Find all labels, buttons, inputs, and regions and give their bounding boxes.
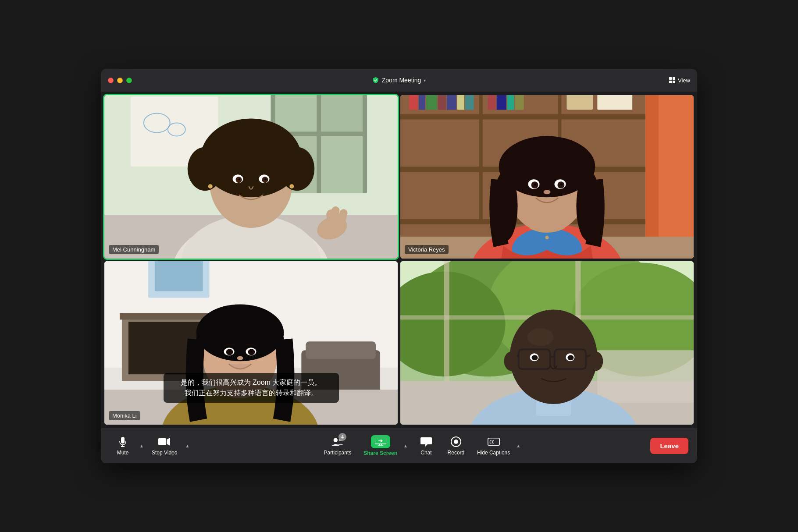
mel-avatar bbox=[104, 95, 398, 259]
minimize-button[interactable] bbox=[117, 78, 123, 83]
leave-button[interactable]: Leave bbox=[650, 438, 688, 454]
svg-rect-52 bbox=[566, 95, 593, 110]
svg-rect-77 bbox=[120, 313, 212, 319]
svg-rect-3 bbox=[275, 95, 317, 131]
svg-point-122 bbox=[532, 355, 538, 360]
record-icon bbox=[450, 436, 462, 448]
svg-point-125 bbox=[589, 351, 603, 371]
view-grid-icon bbox=[669, 77, 675, 83]
subtitle-text: 是的，我们很高兴成为 Zoom 大家庭的一员。 我们正在努力支持多种语言的转录和… bbox=[164, 373, 339, 403]
james-avatar bbox=[400, 261, 694, 425]
subtitle-line2: 我们正在努力支持多种语言的转录和翻译。 bbox=[172, 388, 330, 398]
svg-point-96 bbox=[251, 351, 253, 352]
svg-point-72 bbox=[545, 236, 549, 239]
svg-rect-79 bbox=[155, 261, 203, 291]
svg-point-63 bbox=[493, 171, 518, 241]
svg-rect-53 bbox=[597, 95, 632, 110]
chat-button[interactable]: Chat bbox=[413, 433, 439, 458]
maximize-button[interactable] bbox=[126, 78, 132, 83]
svg-rect-4 bbox=[321, 95, 363, 131]
svg-point-124 bbox=[504, 351, 518, 371]
svg-point-69 bbox=[534, 184, 536, 186]
record-label: Record bbox=[448, 450, 465, 456]
stop-video-button[interactable]: Stop Video bbox=[147, 433, 182, 458]
share-screen-button[interactable]: Share Screen bbox=[359, 433, 402, 459]
video-cell-victoria: Victoria Reyes bbox=[400, 95, 694, 259]
svg-rect-43 bbox=[426, 95, 437, 110]
svg-rect-48 bbox=[488, 95, 496, 110]
svg-rect-54 bbox=[654, 95, 694, 259]
svg-point-114 bbox=[527, 328, 554, 346]
svg-point-89 bbox=[196, 304, 284, 361]
svg-rect-128 bbox=[158, 438, 166, 445]
toolbar-left: Mute ▲ Stop Video ▲ bbox=[110, 433, 191, 458]
svg-point-123 bbox=[567, 355, 574, 360]
svg-point-70 bbox=[560, 184, 563, 186]
svg-point-130 bbox=[334, 438, 338, 442]
svg-text:CC: CC bbox=[489, 440, 494, 444]
video-cell-monika: 是的，我们很高兴成为 Zoom 大家庭的一员。 我们正在努力支持多种语言的转录和… bbox=[104, 261, 398, 425]
svg-rect-108 bbox=[597, 350, 694, 403]
meeting-dropdown-icon[interactable]: ▾ bbox=[424, 78, 426, 83]
james-video-bg bbox=[400, 261, 694, 425]
view-label[interactable]: View bbox=[678, 77, 690, 84]
svg-marker-129 bbox=[167, 438, 170, 446]
window-controls bbox=[108, 78, 132, 83]
captions-chevron[interactable]: ▲ bbox=[514, 442, 522, 450]
svg-rect-81 bbox=[306, 341, 376, 359]
participants-count: 4 bbox=[338, 433, 346, 441]
close-button[interactable] bbox=[108, 78, 114, 83]
svg-marker-133 bbox=[381, 439, 383, 443]
hide-captions-label: Hide Captions bbox=[477, 450, 510, 456]
victoria-video-bg bbox=[400, 95, 694, 259]
participants-label: Participants bbox=[324, 450, 352, 456]
share-screen-chevron[interactable]: ▲ bbox=[402, 442, 410, 450]
share-screen-group: Share Screen ▲ bbox=[359, 433, 410, 459]
record-button[interactable]: Record bbox=[443, 433, 469, 458]
mute-chevron[interactable]: ▲ bbox=[138, 442, 146, 450]
svg-rect-47 bbox=[465, 95, 474, 110]
svg-point-25 bbox=[239, 178, 240, 180]
svg-rect-55 bbox=[645, 95, 659, 259]
captions-icon: CC bbox=[488, 436, 500, 448]
svg-rect-6 bbox=[321, 136, 363, 193]
svg-point-20 bbox=[225, 123, 278, 158]
mute-button[interactable]: Mute bbox=[110, 433, 136, 458]
svg-rect-41 bbox=[409, 95, 418, 110]
titlebar-right: View bbox=[669, 77, 690, 84]
svg-point-139 bbox=[454, 440, 458, 444]
svg-rect-90 bbox=[196, 337, 284, 341]
svg-point-71 bbox=[544, 190, 551, 194]
mute-label: Mute bbox=[117, 450, 129, 456]
svg-rect-51 bbox=[515, 95, 524, 110]
share-screen-icon bbox=[371, 435, 390, 448]
chat-icon bbox=[420, 436, 432, 448]
captions-group: CC Hide Captions ▲ bbox=[473, 433, 522, 458]
victoria-avatar bbox=[400, 95, 694, 259]
titlebar-center: Zoom Meeting ▾ bbox=[372, 77, 426, 84]
svg-rect-45 bbox=[447, 95, 456, 110]
video-icon bbox=[158, 436, 171, 448]
svg-point-28 bbox=[289, 184, 294, 188]
svg-rect-44 bbox=[438, 95, 446, 110]
svg-rect-46 bbox=[457, 95, 464, 110]
chat-label: Chat bbox=[420, 450, 431, 456]
toolbar: Mute ▲ Stop Video ▲ bbox=[101, 428, 697, 463]
video-grid: Mel Cunningham bbox=[101, 92, 697, 428]
mute-icon bbox=[117, 436, 129, 448]
mel-video-bg bbox=[104, 95, 398, 259]
toolbar-center: 4 Participants bbox=[320, 433, 523, 459]
video-chevron[interactable]: ▲ bbox=[183, 442, 191, 450]
svg-point-26 bbox=[264, 178, 266, 180]
video-cell-mel: Mel Cunningham bbox=[104, 95, 398, 259]
zoom-window: Zoom Meeting ▾ View bbox=[101, 69, 697, 463]
toolbar-right: Leave bbox=[650, 438, 688, 454]
svg-point-64 bbox=[576, 171, 601, 241]
svg-rect-42 bbox=[419, 95, 425, 110]
titlebar: Zoom Meeting ▾ View bbox=[101, 69, 697, 92]
hide-captions-button[interactable]: CC Hide Captions bbox=[473, 433, 514, 458]
mel-label: Mel Cunningham bbox=[109, 245, 159, 254]
participants-button[interactable]: 4 Participants bbox=[320, 433, 356, 458]
svg-point-27 bbox=[208, 184, 213, 188]
share-screen-label: Share Screen bbox=[363, 450, 397, 456]
